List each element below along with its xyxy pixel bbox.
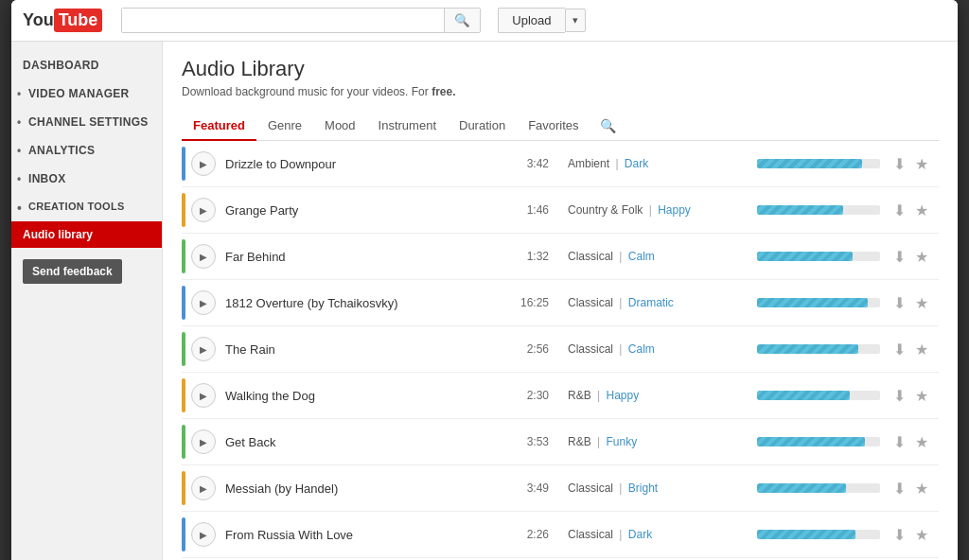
track-color-bar — [182, 147, 185, 181]
search-input[interactable] — [122, 9, 444, 32]
download-icon[interactable]: ⬇ — [891, 339, 907, 360]
favorite-icon[interactable]: ★ — [913, 339, 930, 360]
track-duration: 2:56 — [511, 342, 549, 356]
track-color-bar — [182, 332, 185, 366]
sidebar-item-dashboard[interactable]: DASHBOARD — [11, 51, 162, 79]
play-button[interactable]: ▶ — [191, 244, 216, 269]
track-actions: ⬇ ★ — [891, 478, 939, 499]
favorite-icon[interactable]: ★ — [913, 524, 930, 546]
feedback-button[interactable]: Send feedback — [23, 259, 122, 284]
favorite-icon[interactable]: ★ — [913, 385, 930, 407]
track-row: ▶ The Rain 2:56 Classical | Calm ⬇ ★ — [182, 326, 939, 373]
track-actions: ⬇ ★ — [891, 200, 939, 221]
track-actions: ⬇ ★ — [891, 385, 939, 407]
sidebar-item-inbox[interactable]: INBOX — [11, 165, 162, 193]
track-duration: 3:49 — [511, 481, 549, 495]
sidebar-item-channel-settings[interactable]: CHANNEL SETTINGS — [11, 108, 162, 136]
track-genre: Country & Folk | Happy — [568, 203, 757, 217]
track-progress-bar — [757, 391, 880, 400]
tabs: Featured Genre Mood Instrument Duration … — [182, 112, 939, 141]
track-color-bar — [182, 471, 185, 505]
track-genre: Classical | Bright — [568, 481, 757, 495]
favorite-icon[interactable]: ★ — [913, 153, 930, 175]
tab-genre[interactable]: Genre — [256, 112, 313, 141]
favorite-icon[interactable]: ★ — [913, 200, 930, 221]
download-icon[interactable]: ⬇ — [891, 478, 907, 499]
upload-button[interactable]: Upload — [498, 8, 564, 33]
header: YouTube 🔍 Upload ▾ — [11, 0, 958, 42]
download-icon[interactable]: ⬇ — [891, 431, 907, 453]
track-color-bar — [182, 378, 185, 412]
track-row: ▶ Drizzle to Downpour 3:42 Ambient | Dar… — [182, 141, 939, 187]
track-genre: Ambient | Dark — [568, 157, 757, 170]
layout: DASHBOARD VIDEO MANAGER CHANNEL SETTINGS… — [11, 42, 958, 560]
track-row: ▶ Walking the Dog 2:30 R&B | Happy ⬇ ★ — [182, 373, 939, 419]
track-name: Messiah (by Handel) — [225, 481, 511, 496]
download-icon[interactable]: ⬇ — [891, 200, 907, 221]
track-genre: R&B | Funky — [568, 435, 757, 448]
app-window: YouTube 🔍 Upload ▾ DASHBOARD VIDEO MANAG… — [11, 0, 958, 560]
track-name: Walking the Dog — [225, 389, 511, 403]
sidebar-item-creation-tools[interactable]: CREATION TOOLS — [11, 193, 162, 219]
track-name: Drizzle to Downpour — [225, 157, 511, 171]
download-icon[interactable]: ⬇ — [891, 524, 907, 546]
favorite-icon[interactable]: ★ — [913, 246, 930, 268]
track-genre: R&B | Happy — [568, 389, 757, 402]
favorite-icon[interactable]: ★ — [913, 478, 930, 499]
play-button[interactable]: ▶ — [191, 522, 216, 547]
play-button[interactable]: ▶ — [191, 383, 216, 408]
play-button[interactable]: ▶ — [191, 151, 216, 176]
download-icon[interactable]: ⬇ — [891, 153, 907, 175]
track-progress-bar — [757, 483, 880, 493]
sidebar-item-analytics[interactable]: ANALYTICS — [11, 136, 162, 165]
sidebar: DASHBOARD VIDEO MANAGER CHANNEL SETTINGS… — [11, 42, 163, 560]
track-duration: 1:32 — [511, 250, 549, 263]
track-genre: Classical | Calm — [568, 342, 757, 356]
favorite-icon[interactable]: ★ — [913, 431, 930, 453]
track-duration: 16:25 — [511, 296, 549, 309]
download-icon[interactable]: ⬇ — [891, 385, 907, 407]
tab-featured[interactable]: Featured — [182, 112, 256, 141]
track-progress-bar — [757, 298, 880, 307]
tab-duration[interactable]: Duration — [448, 112, 517, 141]
track-name: Grange Party — [225, 203, 511, 218]
search-button[interactable]: 🔍 — [444, 9, 480, 32]
sidebar-item-audio-library[interactable]: Audio library — [11, 221, 162, 248]
track-list: ▶ Drizzle to Downpour 3:42 Ambient | Dar… — [182, 141, 939, 560]
upload-dropdown-button[interactable]: ▾ — [565, 9, 586, 32]
track-progress-bar — [757, 252, 880, 261]
play-button[interactable]: ▶ — [191, 290, 216, 315]
track-progress-bar — [757, 344, 880, 354]
track-name: 1812 Overture (by Tchaikosvky) — [225, 296, 511, 310]
track-progress-bar — [757, 159, 880, 168]
download-icon[interactable]: ⬇ — [891, 246, 907, 268]
track-duration: 2:30 — [511, 389, 549, 402]
play-button[interactable]: ▶ — [191, 429, 216, 454]
track-color-bar — [182, 517, 185, 551]
youtube-logo[interactable]: YouTube — [23, 9, 102, 32]
track-actions: ⬇ ★ — [891, 246, 939, 268]
play-button[interactable]: ▶ — [191, 337, 216, 361]
track-row: ▶ Grange Party 1:46 Country & Folk | Hap… — [182, 187, 939, 234]
tab-mood[interactable]: Mood — [313, 112, 367, 141]
track-progress-bar — [757, 530, 880, 539]
track-actions: ⬇ ★ — [891, 292, 939, 314]
tab-instrument[interactable]: Instrument — [367, 112, 448, 141]
track-name: Get Back — [225, 435, 511, 449]
sidebar-item-video-manager[interactable]: VIDEO MANAGER — [11, 79, 162, 108]
tab-search-icon[interactable]: 🔍 — [590, 112, 625, 140]
track-genre: Classical | Dark — [568, 528, 757, 541]
favorite-icon[interactable]: ★ — [913, 292, 930, 314]
track-row: ▶ 1812 Overture (by Tchaikosvky) 16:25 C… — [182, 280, 939, 326]
track-genre: Classical | Calm — [568, 250, 757, 263]
download-icon[interactable]: ⬇ — [891, 292, 907, 314]
play-button[interactable]: ▶ — [191, 198, 216, 222]
tab-favorites[interactable]: Favorites — [517, 112, 590, 141]
track-genre: Classical | Dramatic — [568, 296, 757, 309]
logo-you: You — [23, 10, 54, 30]
track-actions: ⬇ ★ — [891, 431, 939, 453]
track-name: The Rain — [225, 342, 511, 357]
track-actions: ⬇ ★ — [891, 524, 939, 546]
play-button[interactable]: ▶ — [191, 476, 216, 500]
track-progress-bar — [757, 205, 880, 215]
